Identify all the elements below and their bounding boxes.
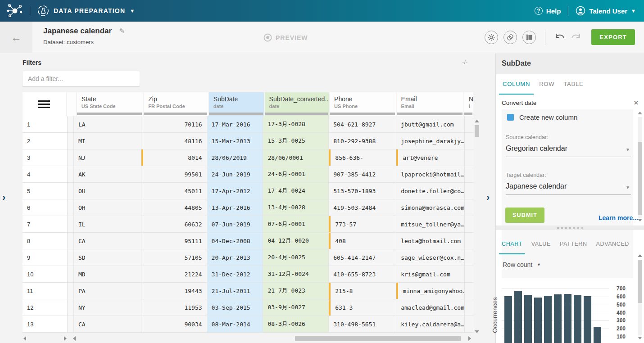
add-filter-input[interactable] (23, 71, 140, 86)
undo-button[interactable] (554, 33, 565, 41)
cell-phone[interactable]: 410-655-8723 (329, 266, 396, 283)
table-horizontal-scrollbar[interactable] (23, 335, 474, 342)
back-button[interactable]: ← (0, 22, 32, 53)
scroll-down-icon[interactable] (638, 219, 642, 221)
cell-partial[interactable] (465, 199, 474, 216)
cell-phone[interactable]: 513-570-1893 (329, 183, 396, 199)
cell-converted[interactable]: 08-3月-0026 (263, 316, 329, 333)
stats-tab-value[interactable]: VALUE (529, 241, 553, 254)
cell-email[interactable]: kiley.caldarera@a… (396, 316, 465, 333)
source-calendar-select[interactable]: Gregorian calendar ▼ (506, 144, 631, 157)
cell-converted[interactable]: 15-3月-0025 (263, 133, 329, 149)
scroll-left-icon[interactable] (23, 336, 26, 341)
vertical-scroll-thumb[interactable] (475, 125, 479, 137)
cell-zip[interactable]: 45011 (141, 183, 207, 199)
cell-state[interactable]: NJ (74, 149, 141, 166)
cell-email[interactable]: lpaprocki@hotmail… (396, 166, 465, 183)
cell-partial[interactable] (465, 116, 474, 133)
cell-state[interactable]: PA (74, 283, 141, 299)
cell-state[interactable]: OH (74, 183, 141, 199)
user-menu[interactable]: Talend User ▼ (576, 6, 636, 16)
cell-state[interactable]: LA (74, 116, 141, 133)
cell-subdate[interactable]: 31-Dec-2012 (207, 266, 263, 283)
cell-subdate[interactable]: 17-Apr-2012 (207, 183, 263, 199)
chart-bar[interactable] (564, 294, 571, 343)
cell-email[interactable]: josephine_darakjy… (396, 133, 465, 149)
column-header-phone[interactable]: PhoneUS Phone (330, 92, 396, 116)
cell-converted[interactable]: 03-9月-0027 (263, 299, 329, 316)
cell-partial[interactable] (465, 133, 474, 149)
cell-zip[interactable]: 11953 (141, 299, 207, 316)
panel-scroll-thumb[interactable] (638, 260, 642, 303)
cell-email[interactable]: mitsue_tollner@ya… (396, 216, 465, 233)
expand-left-panel-chevron[interactable]: › (2, 193, 5, 203)
cell-state[interactable]: CA (74, 316, 141, 333)
cell-zip[interactable]: 8014 (141, 149, 207, 166)
scroll-right-icon[interactable] (468, 336, 471, 341)
cell-partial[interactable] (465, 166, 474, 183)
cell-partial[interactable] (465, 149, 474, 166)
cell-converted[interactable]: 13-4月-0028 (263, 199, 329, 216)
scroll-down-icon[interactable] (638, 337, 642, 339)
chart-bar[interactable] (524, 295, 532, 343)
chart-bar[interactable] (504, 296, 512, 343)
edit-title-icon[interactable]: ✎ (119, 27, 125, 35)
cell-partial[interactable] (465, 249, 474, 266)
scroll-left-icon[interactable] (73, 336, 76, 341)
chart-bar[interactable] (574, 295, 581, 343)
column-header-email[interactable]: EmailEmail (397, 92, 464, 116)
grid-menu-button[interactable] (23, 92, 67, 116)
chart-bar[interactable] (594, 327, 601, 343)
cell-state[interactable]: OH (74, 199, 141, 216)
chart-bar[interactable] (544, 296, 552, 343)
column-header-subdate[interactable]: SubDatedate (209, 92, 265, 116)
settings-button[interactable] (485, 31, 498, 44)
panel-resize-handle[interactable] (496, 226, 644, 230)
stats-tab-advanced[interactable]: ADVANCED (594, 241, 632, 254)
cell-state[interactable]: MI (74, 133, 141, 149)
tab-row[interactable]: ROW (535, 81, 558, 95)
cell-email[interactable]: art@venere (396, 149, 465, 166)
cell-phone[interactable]: 773-57 (329, 216, 396, 233)
chart-bar[interactable] (584, 296, 591, 343)
close-icon[interactable]: ✕ (634, 99, 639, 106)
cell-zip[interactable]: 60632 (141, 216, 207, 233)
cell-converted[interactable]: 28/06/0001 (263, 149, 329, 166)
stats-tab-chart[interactable]: CHART (499, 241, 525, 254)
cell-phone[interactable]: 310-498-5651 (329, 316, 396, 333)
cell-zip[interactable]: 44805 (141, 199, 207, 216)
cell-email[interactable]: minna_amigonyahoo… (396, 283, 465, 299)
create-new-column-checkbox[interactable]: Create new column (507, 113, 577, 121)
cell-state[interactable]: MD (74, 266, 141, 283)
cell-email[interactable]: donette.foller@co… (396, 183, 465, 199)
lookup-button[interactable] (503, 31, 517, 44)
scroll-down-icon[interactable] (475, 330, 479, 333)
tab-column[interactable]: COLUMN (499, 81, 534, 95)
column-header-zip[interactable]: ZipFR Postal Code (144, 92, 209, 116)
scroll-up-icon[interactable] (638, 112, 642, 114)
cell-subdate[interactable]: 28/06/2019 (207, 149, 263, 166)
cell-phone[interactable]: 605-414-2147 (329, 249, 396, 266)
column-header-state[interactable]: StateUS State Code (77, 92, 144, 116)
cell-email[interactable]: jbutt@gmail.com (396, 116, 465, 133)
cell-phone[interactable]: 215-8 (329, 283, 396, 299)
cell-email[interactable]: amaclead@gmail.com (396, 299, 465, 316)
cell-phone[interactable]: 856-636- (329, 149, 396, 166)
cell-state[interactable]: CA (74, 233, 141, 249)
cell-subdate[interactable]: 04-Dec-2008 (207, 233, 263, 249)
cell-email[interactable]: simona@morasca.com (396, 199, 465, 216)
chart-bar[interactable] (534, 298, 542, 343)
cell-state[interactable]: NY (74, 299, 141, 316)
cell-zip[interactable]: 90034 (141, 316, 207, 333)
cell-subdate[interactable]: 13-Apr-2016 (207, 199, 263, 216)
cell-converted[interactable]: 24-6月-0001 (263, 166, 329, 183)
column-header-converted[interactable]: SubDate_converted...date (265, 92, 330, 116)
cell-phone[interactable]: 504-621-8927 (329, 116, 396, 133)
cell-subdate[interactable]: 15-Mar-2013 (207, 133, 263, 149)
product-switcher[interactable]: DATA PREPARATION ▼ (37, 5, 135, 17)
cell-email[interactable]: sage_wieser@cox.n… (396, 249, 465, 266)
cell-email[interactable]: kris@gmail.com (396, 266, 465, 283)
cell-subdate[interactable]: 08-Mar-2014 (207, 316, 263, 333)
cell-subdate[interactable]: 03-Sep-2015 (207, 299, 263, 316)
cell-state[interactable]: IL (74, 216, 141, 233)
